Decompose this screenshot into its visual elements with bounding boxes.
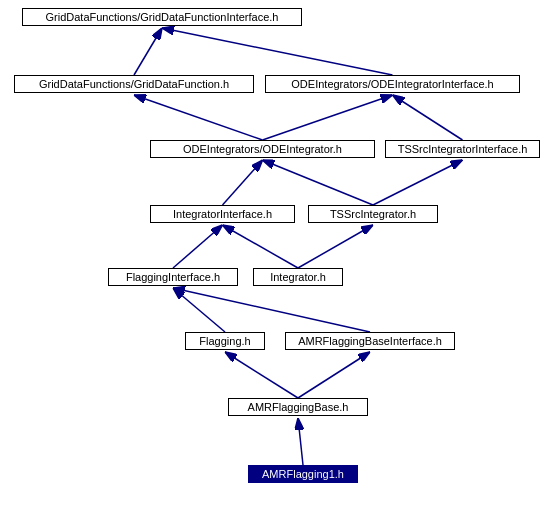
svg-line-10 bbox=[223, 225, 299, 268]
node-n9[interactable]: Integrator.h bbox=[253, 268, 343, 286]
node-n3[interactable]: ODEIntegrators/ODEIntegratorInterface.h bbox=[265, 75, 520, 93]
svg-line-7 bbox=[263, 160, 374, 205]
svg-line-13 bbox=[173, 288, 370, 332]
node-n5[interactable]: TSSrcIntegratorInterface.h bbox=[385, 140, 540, 158]
node-n1[interactable]: GridDataFunctions/GridDataFunctionInterf… bbox=[22, 8, 302, 26]
svg-line-3 bbox=[134, 95, 263, 140]
svg-line-1 bbox=[134, 28, 162, 75]
svg-line-11 bbox=[298, 225, 373, 268]
svg-line-4 bbox=[263, 95, 393, 140]
svg-line-15 bbox=[298, 352, 370, 398]
node-n13[interactable]: AMRFlagging1.h bbox=[248, 465, 358, 483]
node-n10[interactable]: Flagging.h bbox=[185, 332, 265, 350]
node-n8[interactable]: FlaggingInterface.h bbox=[108, 268, 238, 286]
node-n4[interactable]: ODEIntegrators/ODEIntegrator.h bbox=[150, 140, 375, 158]
svg-line-12 bbox=[173, 288, 225, 332]
node-n6[interactable]: IntegratorInterface.h bbox=[150, 205, 295, 223]
node-n11[interactable]: AMRFlaggingBaseInterface.h bbox=[285, 332, 455, 350]
node-n2[interactable]: GridDataFunctions/GridDataFunction.h bbox=[14, 75, 254, 93]
svg-line-9 bbox=[173, 225, 223, 268]
diagram-container: GridDataFunctions/GridDataFunctionInterf… bbox=[0, 0, 541, 509]
node-n12[interactable]: AMRFlaggingBase.h bbox=[228, 398, 368, 416]
svg-line-2 bbox=[162, 28, 393, 75]
svg-line-16 bbox=[298, 418, 303, 465]
svg-line-6 bbox=[223, 160, 263, 205]
node-n7[interactable]: TSSrcIntegrator.h bbox=[308, 205, 438, 223]
svg-line-14 bbox=[225, 352, 298, 398]
svg-line-8 bbox=[373, 160, 463, 205]
svg-line-5 bbox=[393, 95, 463, 140]
